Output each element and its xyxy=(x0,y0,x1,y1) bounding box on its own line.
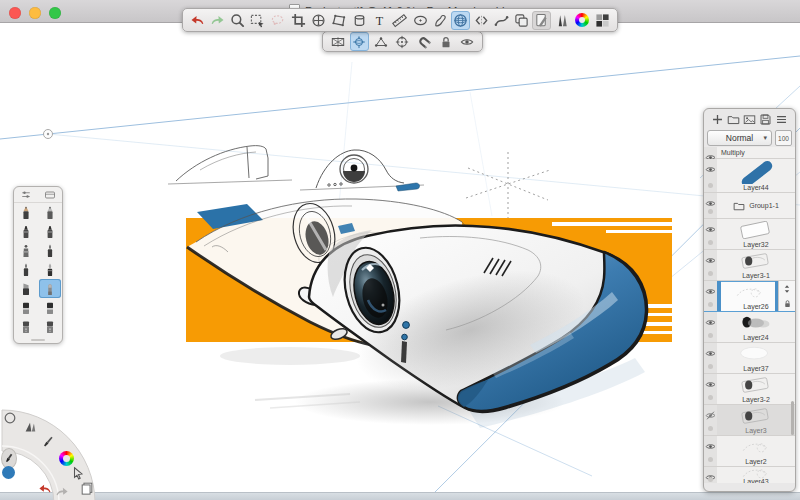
brush-slot-12[interactable] xyxy=(39,298,61,317)
layer-row-Layer2[interactable]: Layer2 xyxy=(704,436,795,467)
layer-state-dot[interactable] xyxy=(708,209,713,214)
layer-row-Layer3[interactable]: Layer3 xyxy=(704,405,795,436)
lasso-select-tool[interactable] xyxy=(269,11,288,30)
brush-sets-button[interactable] xyxy=(44,189,56,201)
eye-icon[interactable] xyxy=(705,314,716,332)
ellipse-guide-tool[interactable] xyxy=(411,11,430,30)
reorder-icon[interactable] xyxy=(782,284,792,294)
layer-row-Layer26[interactable]: Layer26 xyxy=(704,281,795,312)
brush-slot-7[interactable] xyxy=(15,260,37,279)
perspective-mode-button[interactable] xyxy=(328,32,347,51)
shape-tool[interactable] xyxy=(512,11,531,30)
eye-off-icon[interactable] xyxy=(705,407,716,425)
color-editor-button[interactable] xyxy=(573,11,592,30)
ruler-guide-tool[interactable] xyxy=(390,11,409,30)
blend-mode-select[interactable]: Normal▾ xyxy=(707,130,772,146)
layer-state-dot[interactable] xyxy=(708,240,713,245)
import-image-button[interactable] xyxy=(743,113,756,126)
layer-row-Layer24[interactable]: Layer24 xyxy=(704,312,795,343)
eye-icon[interactable] xyxy=(705,221,716,239)
layer-row-Layer32[interactable]: Layer32 xyxy=(704,219,795,250)
layer-row-Multiply[interactable]: Multiply xyxy=(704,147,795,159)
lagoon-color[interactable] xyxy=(58,450,74,466)
brush-icon xyxy=(20,243,32,259)
lagoon-tools[interactable] xyxy=(22,419,38,435)
brush-slot-6[interactable] xyxy=(39,241,61,260)
brush-properties-button[interactable] xyxy=(532,11,551,30)
brush-slot-9[interactable] xyxy=(15,279,37,298)
eye-icon[interactable] xyxy=(705,252,716,270)
layer-menu-button[interactable] xyxy=(775,113,788,126)
layer-row-Layer3-2[interactable]: Layer3-2 xyxy=(704,374,795,405)
angle-guides-button[interactable] xyxy=(371,32,390,51)
brush-slot-3[interactable] xyxy=(15,222,37,241)
layer-state-dot[interactable] xyxy=(708,183,713,188)
brush-slot-11[interactable] xyxy=(15,298,37,317)
brush-slot-13[interactable] xyxy=(15,317,37,336)
add-layer-button[interactable] xyxy=(711,113,724,126)
layer-thumbnail xyxy=(719,313,790,333)
layer-state-dot[interactable] xyxy=(708,457,713,462)
brush-slot-4[interactable] xyxy=(39,222,61,241)
lagoon-layers[interactable] xyxy=(79,480,95,496)
current-color-puck[interactable] xyxy=(0,464,16,480)
lagoon-redo[interactable] xyxy=(54,484,70,500)
brush-library-button[interactable] xyxy=(553,11,572,30)
snap-magnet-button[interactable] xyxy=(415,32,434,51)
brush-slot-8[interactable] xyxy=(39,260,61,279)
redo-button[interactable] xyxy=(208,11,227,30)
layers-scrollbar[interactable] xyxy=(791,401,794,435)
lagoon-brush[interactable] xyxy=(40,434,56,450)
zoom-tool[interactable] xyxy=(228,11,247,30)
brush-slot-1[interactable] xyxy=(15,203,37,222)
fill-tool[interactable] xyxy=(350,11,369,30)
layer-state-dot[interactable] xyxy=(708,477,713,482)
distort-tool[interactable] xyxy=(330,11,349,30)
brush-slot-2[interactable] xyxy=(39,203,61,222)
marquee-select-tool[interactable] xyxy=(248,11,267,30)
eye-icon[interactable] xyxy=(705,345,716,363)
guide-visibility-button[interactable] xyxy=(458,32,477,51)
steady-stroke-tool[interactable] xyxy=(492,11,511,30)
lock-guides-button[interactable] xyxy=(436,32,455,51)
layer-opacity-field[interactable]: 100 xyxy=(775,130,792,146)
undo-button[interactable] xyxy=(188,11,207,30)
brush-settings-button[interactable] xyxy=(20,189,32,201)
french-curve-tool[interactable] xyxy=(431,11,450,30)
layer-state-dot[interactable] xyxy=(708,333,713,338)
symmetry-tool[interactable] xyxy=(472,11,491,30)
transform-tool[interactable] xyxy=(309,11,328,30)
lagoon-select[interactable] xyxy=(70,465,86,481)
color-swatches-button[interactable] xyxy=(593,11,612,30)
layer-row-Layer37[interactable]: Layer37 xyxy=(704,343,795,374)
eye-icon[interactable] xyxy=(705,438,716,456)
perspective-guide-tool[interactable] xyxy=(451,11,470,30)
horizon-target-button[interactable] xyxy=(393,32,412,51)
crop-tool[interactable] xyxy=(289,11,308,30)
save-layer-button[interactable] xyxy=(759,113,772,126)
new-group-button[interactable] xyxy=(727,113,740,126)
brush-slot-5[interactable] xyxy=(15,241,37,260)
layer-row-Layer43[interactable]: Layer43 xyxy=(704,467,795,483)
text-tool[interactable]: T xyxy=(370,11,389,30)
move-vanishing-point-button[interactable] xyxy=(350,32,369,51)
tools-icon xyxy=(23,420,37,434)
layer-row-Layer44[interactable]: Layer44 xyxy=(704,159,795,193)
lagoon-undo[interactable] xyxy=(37,481,53,497)
eye-icon[interactable] xyxy=(705,376,716,394)
eye-icon[interactable] xyxy=(705,283,716,301)
layer-row-Layer3-1[interactable]: Layer3-1 xyxy=(704,250,795,281)
lock-icon[interactable] xyxy=(783,299,792,308)
layer-state-dot[interactable] xyxy=(708,395,713,400)
group-row: Group1-1 xyxy=(717,193,795,218)
brush-palette-resize-handle[interactable] xyxy=(14,336,62,343)
layer-state-dot[interactable] xyxy=(708,426,713,431)
eye-icon[interactable] xyxy=(705,161,716,179)
layer-state-dot[interactable] xyxy=(708,302,713,307)
layer-state-dot[interactable] xyxy=(708,364,713,369)
lagoon-zoom[interactable] xyxy=(2,410,18,426)
layer-row-Group1-1[interactable]: Group1-1 xyxy=(704,193,795,219)
brush-slot-10[interactable] xyxy=(39,279,61,298)
brush-slot-14[interactable] xyxy=(39,317,61,336)
layer-state-dot[interactable] xyxy=(708,271,713,276)
